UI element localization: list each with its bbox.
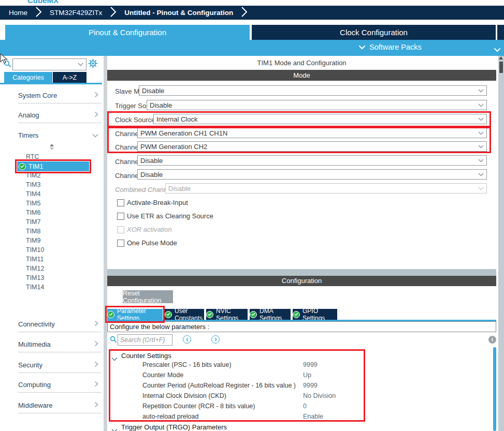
check-circle-icon bbox=[107, 311, 114, 318]
channel4-select[interactable]: Disable bbox=[137, 169, 487, 180]
window-scrollbar-track[interactable] bbox=[498, 56, 504, 431]
chevron-down-icon[interactable] bbox=[111, 425, 118, 431]
software-packs-toggle[interactable]: Software Packs bbox=[358, 43, 422, 51]
sidebar-item-computing[interactable]: Computing bbox=[18, 377, 102, 393]
trigger-source-select[interactable]: Disable bbox=[147, 100, 487, 110]
chevron-down-icon[interactable] bbox=[494, 45, 501, 54]
activate-break-input-label: Activate-Break-Input bbox=[127, 199, 188, 206]
tab-next-partial[interactable] bbox=[497, 25, 504, 40]
tab-parameter-settings[interactable]: Parameter Settings bbox=[107, 309, 163, 320]
param-search-input[interactable] bbox=[118, 334, 172, 346]
next-match-button[interactable] bbox=[211, 335, 220, 344]
check-circle-icon bbox=[206, 311, 213, 318]
use-etr-clearing-label: Use ETR as Clearing Source bbox=[127, 212, 213, 220]
logo-strip: CubeMX bbox=[0, 0, 504, 6]
sidebar-item-multimedia[interactable]: Multimedia bbox=[18, 337, 102, 352]
list-item-tim11[interactable]: TIM11 bbox=[26, 255, 44, 264]
chevron-right-icon bbox=[94, 320, 98, 328]
select-value: Internal Clock bbox=[156, 115, 197, 123]
param-value[interactable]: No Division bbox=[303, 392, 336, 399]
reset-configuration-button[interactable]: Reset Configuration bbox=[123, 290, 173, 303]
breadcrumb-home[interactable]: Home bbox=[9, 9, 27, 17]
search-icon bbox=[4, 60, 11, 70]
list-item-tim6[interactable]: TIM6 bbox=[26, 208, 40, 217]
sidebar-item-label: Computing bbox=[18, 381, 51, 389]
list-item-tim7[interactable]: TIM7 bbox=[26, 217, 40, 227]
software-packs-bar: Software Packs bbox=[0, 40, 504, 56]
software-packs-label: Software Packs bbox=[369, 43, 422, 51]
info-icon[interactable]: i bbox=[488, 336, 496, 344]
sidebar-item-connectivity[interactable]: Connectivity bbox=[18, 317, 102, 332]
one-pulse-mode-checkbox[interactable] bbox=[117, 240, 124, 247]
channel2-select[interactable]: PWM Generation CH2 bbox=[137, 141, 487, 152]
check-circle-icon bbox=[293, 311, 300, 318]
sidebar-item-label: Security bbox=[18, 361, 42, 369]
tab-user-constants[interactable]: User Constants bbox=[165, 309, 204, 320]
sidebar-item-security[interactable]: Security bbox=[18, 358, 102, 373]
clock-source-select[interactable]: Internal Clock bbox=[153, 114, 487, 124]
param-value[interactable]: 0 bbox=[303, 403, 307, 410]
tab-dma-settings[interactable]: DMA Settings bbox=[250, 309, 291, 320]
chevron-right-icon bbox=[94, 92, 98, 99]
param-value[interactable]: 9999 bbox=[303, 382, 318, 389]
sidebar-tab-az[interactable]: A->Z bbox=[53, 72, 87, 83]
sidebar-item-system-core[interactable]: System Core bbox=[18, 88, 102, 103]
check-circle-icon bbox=[250, 311, 257, 318]
param-label: Counter Mode bbox=[142, 371, 183, 379]
param-value[interactable]: 9999 bbox=[303, 361, 318, 368]
list-item-tim13[interactable]: TIM13 bbox=[26, 273, 44, 283]
list-item-tim3[interactable]: TIM3 bbox=[26, 180, 40, 189]
chevron-right-icon bbox=[110, 6, 117, 19]
param-value[interactable]: Enable bbox=[303, 413, 323, 420]
tab-gpio-settings[interactable]: GPIO Settings bbox=[293, 309, 337, 320]
sidebar-tab-categories[interactable]: Categories bbox=[4, 72, 52, 83]
configuration-section-header: Configuration bbox=[107, 276, 496, 286]
use-etr-clearing-checkbox[interactable] bbox=[117, 213, 124, 220]
sidebar-divider bbox=[104, 56, 107, 431]
list-item-tim5[interactable]: TIM5 bbox=[26, 199, 40, 208]
sidebar-item-middleware[interactable]: Middleware bbox=[18, 398, 102, 413]
chevron-right-icon bbox=[94, 402, 98, 409]
prev-match-button[interactable] bbox=[183, 335, 191, 344]
tab-clock-configuration[interactable]: Clock Configuration bbox=[252, 25, 496, 40]
activate-break-input-checkbox[interactable] bbox=[117, 199, 124, 206]
sidebar-filter-combobox[interactable] bbox=[12, 58, 87, 70]
list-item-tim12[interactable]: TIM12 bbox=[26, 264, 44, 273]
sidebar-tab-underline bbox=[0, 83, 102, 84]
group-counter-settings[interactable]: Counter Settings bbox=[121, 352, 171, 360]
chevron-down-icon[interactable] bbox=[111, 354, 118, 363]
select-value: Disable bbox=[140, 157, 163, 165]
chevron-right-icon bbox=[94, 361, 98, 369]
tab-nvic-settings[interactable]: NVIC Settings bbox=[206, 309, 248, 320]
list-item-tim1-selected[interactable]: TIM1 bbox=[17, 161, 89, 171]
list-item-tim14[interactable]: TIM14 bbox=[26, 283, 44, 292]
list-item-tim4[interactable]: TIM4 bbox=[26, 189, 40, 199]
sidebar-item-label: Analog bbox=[18, 111, 39, 119]
group-trigger-output[interactable]: Trigger Output (TRGO) Parameters bbox=[121, 423, 227, 431]
combined-channels-select: Disable bbox=[165, 183, 487, 194]
list-item-rtc[interactable]: RTC bbox=[26, 152, 39, 161]
list-item-tim10[interactable]: TIM10 bbox=[26, 245, 44, 255]
breadcrumb-mcu[interactable]: STM32F429ZITx bbox=[50, 9, 102, 17]
window-scrollbar-thumb[interactable] bbox=[499, 62, 503, 73]
param-label: Internal Clock Division (CKD) bbox=[142, 392, 226, 399]
tab-pinout-configuration[interactable]: Pinout & Configuration bbox=[5, 25, 250, 40]
chevron-right-icon bbox=[94, 340, 98, 348]
breadcrumb-project[interactable]: Untitled - Pinout & Configuration bbox=[124, 9, 233, 17]
sidebar-item-timers[interactable]: Timers bbox=[18, 127, 102, 143]
chevron-right-icon bbox=[35, 6, 42, 19]
param-label: Counter Period (AutoReload Register - 16… bbox=[142, 382, 296, 389]
gear-icon[interactable] bbox=[88, 58, 98, 70]
list-item-tim8[interactable]: TIM8 bbox=[26, 227, 40, 236]
sort-spinner-icon[interactable] bbox=[50, 144, 54, 150]
slave-mode-select[interactable]: Disable bbox=[139, 85, 487, 96]
scroll-up-arrow[interactable] bbox=[499, 56, 503, 60]
param-value[interactable]: Up bbox=[303, 371, 311, 379]
param-list-scrollbar[interactable] bbox=[493, 347, 496, 431]
list-item-tim2[interactable]: TIM2 bbox=[26, 171, 40, 180]
channel3-select[interactable]: Disable bbox=[137, 155, 487, 166]
channel1-select[interactable]: PWM Generation CH1 CH1N bbox=[137, 128, 487, 138]
peripherals-sidebar: Categories A->Z System Core Analog Timer… bbox=[0, 56, 104, 431]
sidebar-item-analog[interactable]: Analog bbox=[18, 108, 102, 123]
list-item-tim9[interactable]: TIM9 bbox=[26, 236, 40, 245]
